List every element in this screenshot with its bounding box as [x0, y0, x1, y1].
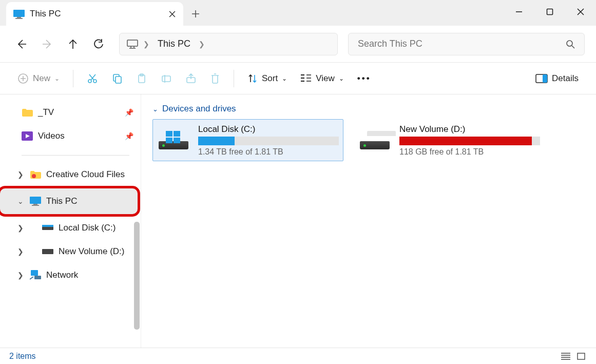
- folder-icon: [22, 108, 33, 117]
- pin-icon[interactable]: 📌: [125, 108, 133, 117]
- svg-rect-33: [174, 138, 180, 143]
- more-icon: •••: [357, 73, 371, 84]
- svg-rect-4: [127, 40, 138, 46]
- search-input[interactable]: [358, 39, 566, 49]
- maximize-button[interactable]: [534, 0, 565, 23]
- svg-rect-34: [578, 353, 585, 359]
- share-button: [180, 68, 202, 89]
- svg-point-21: [32, 174, 36, 178]
- svg-rect-28: [31, 270, 38, 276]
- svg-rect-3: [547, 9, 553, 14]
- delete-button: [205, 68, 225, 89]
- svg-rect-24: [32, 205, 39, 206]
- monitor-icon: [30, 197, 41, 206]
- titlebar: This PC: [0, 0, 596, 26]
- chevron-down-icon: ⌄: [339, 75, 344, 82]
- window-tab[interactable]: This PC: [6, 2, 183, 26]
- view-label: View: [316, 73, 335, 84]
- details-button[interactable]: Details: [530, 68, 584, 89]
- sidebar-item-tv[interactable]: _TV 📌: [0, 101, 141, 124]
- svg-rect-22: [30, 197, 41, 204]
- drive-icon: [42, 247, 53, 256]
- capacity-bar: [399, 137, 540, 145]
- capacity-bar: [198, 137, 339, 145]
- svg-rect-16: [301, 78, 304, 79]
- sidebar-label: This PC: [46, 196, 77, 206]
- creative-cloud-icon: [30, 170, 41, 179]
- svg-rect-17: [301, 81, 304, 82]
- chevron-right-icon[interactable]: ❯: [143, 40, 149, 48]
- sort-button[interactable]: Sort ⌄: [242, 68, 292, 89]
- svg-rect-23: [33, 204, 37, 205]
- view-button[interactable]: View ⌄: [295, 68, 349, 89]
- sidebar-divider: [22, 155, 129, 156]
- toolbar: New ⌄ Sort ⌄ View ⌄ ••• Details: [0, 63, 596, 94]
- sidebar-item-thispc[interactable]: ⌄ This PC: [0, 188, 138, 214]
- more-button[interactable]: •••: [352, 68, 376, 89]
- drive-icon: [356, 122, 393, 159]
- chevron-right-icon[interactable]: ❯: [199, 40, 205, 48]
- sidebar-label: Creative Cloud Files: [46, 169, 125, 180]
- sidebar: _TV 📌 Videos 📌 ❯ Creative Cloud Files ⌄ …: [0, 94, 141, 348]
- scrollbar-thumb[interactable]: [134, 222, 140, 330]
- new-button[interactable]: New ⌄: [12, 68, 65, 89]
- view-icons-button[interactable]: [575, 352, 587, 361]
- sidebar-item-videos[interactable]: Videos 📌: [0, 124, 141, 148]
- view-list-button[interactable]: [560, 352, 571, 361]
- new-label: New: [33, 73, 50, 84]
- sidebar-item-creative[interactable]: ❯ Creative Cloud Files: [0, 163, 141, 186]
- cut-button[interactable]: [82, 68, 103, 89]
- details-label: Details: [552, 73, 579, 84]
- separator: [73, 70, 73, 87]
- group-header-devices[interactable]: ⌄ Devices and drives: [152, 104, 585, 114]
- breadcrumb-thispc[interactable]: This PC: [155, 39, 194, 49]
- svg-rect-1: [17, 17, 21, 18]
- svg-rect-32: [166, 138, 172, 143]
- chevron-right-icon[interactable]: ❯: [16, 247, 25, 256]
- chevron-right-icon[interactable]: ❯: [16, 170, 25, 179]
- drive-item[interactable]: New Volume (D:)118 GB free of 1.81 TB: [354, 119, 545, 161]
- sidebar-label: _TV: [38, 107, 54, 118]
- chevron-down-icon[interactable]: ⌄: [16, 197, 25, 205]
- content-area: ⌄ Devices and drives Local Disk (C:)1.34…: [141, 94, 596, 348]
- new-tab-button[interactable]: [183, 2, 208, 26]
- close-button[interactable]: [565, 0, 596, 23]
- sort-icon: [247, 73, 258, 84]
- drive-free-text: 118 GB free of 1.81 TB: [399, 147, 540, 157]
- sidebar-item-network[interactable]: ❯ Network: [0, 263, 141, 287]
- drives-row: Local Disk (C:)1.34 TB free of 1.81 TBNe…: [152, 119, 585, 161]
- refresh-button[interactable]: [88, 34, 109, 54]
- sidebar-item-new-volume-d[interactable]: ❯ New Volume (D:): [0, 240, 141, 263]
- copy-button[interactable]: [106, 68, 128, 89]
- search-icon[interactable]: [566, 40, 575, 49]
- sidebar-item-local-disk-c[interactable]: ❯ Local Disk (C:): [0, 216, 141, 240]
- svg-rect-30: [166, 131, 172, 137]
- chevron-right-icon[interactable]: ❯: [16, 271, 25, 279]
- sidebar-label: Videos: [38, 131, 65, 141]
- search-bar[interactable]: [348, 33, 585, 55]
- back-button[interactable]: [11, 34, 32, 54]
- status-text: 2 items: [9, 352, 36, 361]
- drive-name: Local Disk (C:): [198, 124, 339, 135]
- svg-rect-15: [301, 74, 304, 75]
- drive-icon: [42, 223, 53, 233]
- view-icon: [300, 74, 312, 83]
- up-button[interactable]: [63, 34, 83, 54]
- chevron-right-icon[interactable]: ❯: [16, 224, 25, 232]
- drive-item[interactable]: Local Disk (C:)1.34 TB free of 1.81 TB: [152, 119, 343, 161]
- forward-button[interactable]: [37, 34, 57, 54]
- minimize-button[interactable]: [504, 0, 534, 23]
- sidebar-label: Local Disk (C:): [59, 223, 116, 233]
- tab-close-button[interactable]: [168, 10, 176, 18]
- address-bar[interactable]: ❯ This PC ❯: [119, 33, 338, 55]
- svg-rect-0: [13, 10, 25, 17]
- drive-icon: [155, 122, 192, 159]
- drive-name: New Volume (D:): [399, 124, 540, 135]
- svg-rect-19: [543, 74, 547, 83]
- rename-button: [156, 68, 177, 89]
- pin-icon[interactable]: 📌: [125, 132, 133, 140]
- network-icon: [30, 271, 41, 280]
- chevron-down-icon: ⌄: [54, 75, 60, 82]
- chevron-down-icon: ⌄: [282, 75, 287, 82]
- sort-label: Sort: [262, 73, 278, 84]
